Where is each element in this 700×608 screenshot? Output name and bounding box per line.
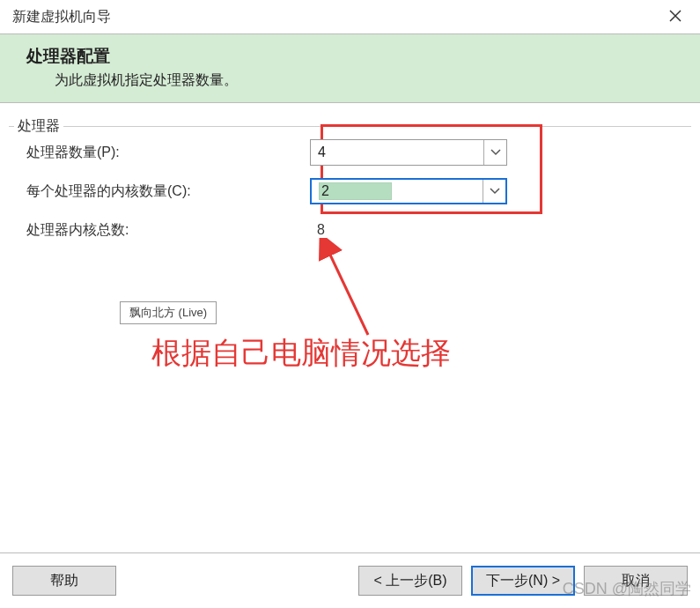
- close-icon[interactable]: [663, 7, 688, 26]
- page-heading: 处理器配置: [26, 45, 674, 68]
- titlebar: 新建虚拟机向导: [0, 0, 700, 33]
- chevron-down-icon: [483, 180, 505, 203]
- label-total-cores: 处理器内核总数:: [19, 221, 310, 240]
- select-cores-per-processor-value: 2: [312, 182, 483, 200]
- chevron-down-icon: [483, 140, 506, 165]
- help-button[interactable]: 帮助: [12, 566, 116, 596]
- tooltip-badge: 飘向北方 (Live): [120, 301, 217, 324]
- selected-highlight: 2: [319, 182, 392, 200]
- select-processor-count-value: 4: [311, 145, 483, 160]
- cancel-button[interactable]: 取消: [584, 566, 688, 596]
- svg-line-0: [328, 251, 368, 335]
- annotation-text: 根据自己电脑情况选择: [151, 333, 451, 374]
- processor-group: 处理器 处理器数量(P): 4 每个处理器的内核数量(C): 2: [9, 117, 691, 260]
- label-cores-per-processor: 每个处理器的内核数量(C):: [19, 182, 310, 201]
- wizard-header: 处理器配置 为此虚拟机指定处理器数量。: [0, 33, 700, 103]
- label-processor-count: 处理器数量(P):: [19, 144, 310, 162]
- value-total-cores: 8: [310, 222, 325, 238]
- page-subheading: 为此虚拟机指定处理器数量。: [26, 71, 674, 90]
- row-processor-count: 处理器数量(P): 4: [19, 133, 681, 172]
- prev-button[interactable]: < 上一步(B): [358, 566, 462, 596]
- window-title: 新建虚拟机向导: [12, 8, 111, 26]
- row-cores-per-processor: 每个处理器的内核数量(C): 2: [19, 172, 681, 211]
- select-processor-count[interactable]: 4: [310, 139, 507, 166]
- row-total-cores: 处理器内核总数: 8: [19, 211, 681, 249]
- form-area: 处理器数量(P): 4 每个处理器的内核数量(C): 2: [19, 133, 681, 249]
- next-button[interactable]: 下一步(N) >: [471, 566, 575, 596]
- select-cores-per-processor[interactable]: 2: [310, 178, 507, 204]
- wizard-footer: 帮助 < 上一步(B) 下一步(N) > 取消: [0, 552, 700, 608]
